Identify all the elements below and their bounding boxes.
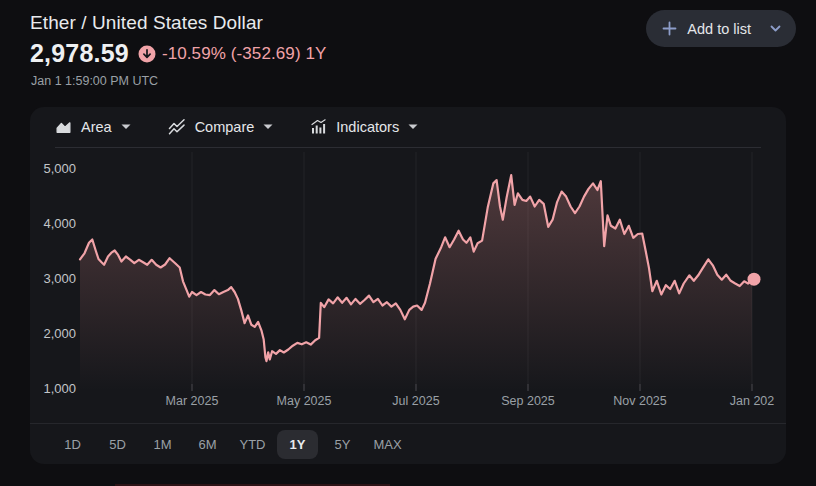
caret-down-icon <box>121 124 131 130</box>
compare-label: Compare <box>195 119 255 135</box>
x-axis-label: Sep 2025 <box>501 394 555 408</box>
area-chart-icon <box>55 119 72 136</box>
y-axis-label: 1,000 <box>43 381 76 396</box>
chart-type-label: Area <box>81 119 112 135</box>
change-text: -10.59% (-352.69) 1Y <box>162 44 327 64</box>
y-axis-label: 3,000 <box>43 271 76 286</box>
caret-down-icon <box>770 25 781 32</box>
chart-toolbar: Area Compare Indicators <box>30 107 786 147</box>
y-axis-label: 5,000 <box>43 161 76 176</box>
last-price-dot <box>748 273 761 286</box>
x-axis-label: Jul 2025 <box>392 394 439 408</box>
compare-icon <box>168 119 186 135</box>
indicators-dropdown[interactable]: Indicators <box>310 119 418 135</box>
arrow-down-circle-icon <box>138 45 156 63</box>
price-chart[interactable]: Mar 2025May 2025Jul 2025Sep 2025Nov 2025… <box>30 148 786 420</box>
current-price: 2,978.59 <box>30 39 129 68</box>
range-button-1m[interactable]: 1M <box>142 430 183 459</box>
range-button-1d[interactable]: 1D <box>52 430 93 459</box>
range-button-1y[interactable]: 1Y <box>277 430 318 459</box>
time-range-bar: 1D5D1M6MYTD1Y5YMAX <box>30 424 786 464</box>
x-axis-label: May 2025 <box>277 394 332 408</box>
caret-down-icon <box>408 124 418 130</box>
plus-icon <box>662 21 677 36</box>
finance-quote-page: Ether / United States Dollar 2,978.59 -1… <box>0 0 816 486</box>
y-axis-label: 2,000 <box>43 326 76 341</box>
x-axis-label: Nov 2025 <box>613 394 667 408</box>
caret-down-icon <box>263 124 273 130</box>
page-title: Ether / United States Dollar <box>30 12 263 34</box>
range-button-5y[interactable]: 5Y <box>322 430 363 459</box>
add-to-list-button[interactable]: Add to list <box>646 10 796 47</box>
range-button-6m[interactable]: 6M <box>187 430 228 459</box>
x-axis-label: Mar 2025 <box>166 394 219 408</box>
range-button-5d[interactable]: 5D <box>97 430 138 459</box>
add-to-list-label: Add to list <box>687 21 751 37</box>
price-row: 2,978.59 -10.59% (-352.69) 1Y <box>30 39 326 68</box>
x-axis-label: Jan 202 <box>730 394 775 408</box>
range-button-ytd[interactable]: YTD <box>232 430 273 459</box>
y-axis-label: 4,000 <box>43 216 76 231</box>
quote-timestamp: Jan 1 1:59:00 PM UTC <box>31 74 158 88</box>
chart-card: Area Compare Indicators <box>30 107 786 464</box>
indicators-label: Indicators <box>336 119 399 135</box>
compare-dropdown[interactable]: Compare <box>168 119 274 135</box>
indicators-icon <box>310 119 327 135</box>
range-button-max[interactable]: MAX <box>367 430 408 459</box>
chart-type-dropdown[interactable]: Area <box>55 119 131 136</box>
price-change: -10.59% (-352.69) 1Y <box>138 44 327 64</box>
